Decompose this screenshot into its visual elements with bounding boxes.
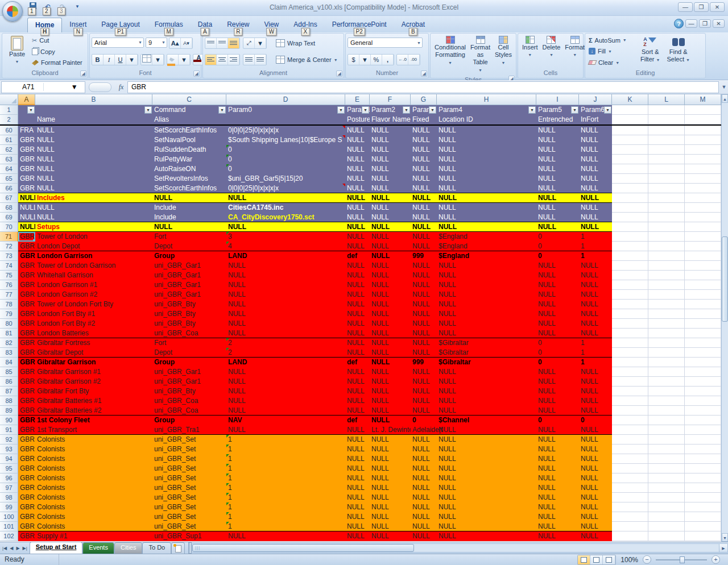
- vertical-scroll-thumb[interactable]: [722, 236, 728, 322]
- cell-C99[interactable]: uni_GBR_Set: [152, 502, 226, 512]
- cell-B101[interactable]: Colonists: [35, 522, 152, 531]
- cell-I62[interactable]: NULL: [536, 145, 579, 155]
- cell-C85[interactable]: uni_GBR_Gar1: [152, 367, 226, 377]
- cell-F66[interactable]: NULL: [370, 184, 411, 193]
- cell-G60[interactable]: NULL: [411, 126, 437, 135]
- cell-M87[interactable]: [685, 387, 721, 396]
- cell-B66[interactable]: NULL: [35, 184, 152, 193]
- cell-L86[interactable]: [648, 377, 685, 387]
- cell-F87[interactable]: NULL: [370, 387, 411, 396]
- cell-D90[interactable]: NAV: [226, 416, 345, 425]
- cell-M82[interactable]: [685, 338, 721, 348]
- cell-E73[interactable]: def: [345, 251, 370, 261]
- cell-K91[interactable]: [612, 425, 648, 435]
- cell-J83[interactable]: 1: [579, 348, 612, 358]
- cell-E81[interactable]: NULL: [345, 329, 370, 338]
- cell-K84[interactable]: [612, 358, 648, 367]
- cell-I91[interactable]: NULL: [536, 425, 579, 435]
- cell-E82[interactable]: NULL: [345, 338, 370, 348]
- cell-H76[interactable]: NULL: [437, 280, 536, 290]
- cell-D94[interactable]: 1: [226, 454, 345, 464]
- cell-E69[interactable]: NULL: [345, 213, 370, 222]
- cell-L66[interactable]: [648, 184, 685, 193]
- cell-H78[interactable]: NULL: [437, 300, 536, 309]
- cell-L73[interactable]: [648, 251, 685, 261]
- cell-D102[interactable]: NULL: [226, 531, 345, 541]
- cell-F73[interactable]: NULL: [370, 251, 411, 261]
- cell-E85[interactable]: NULL: [345, 367, 370, 377]
- cell-C76[interactable]: uni_GBR_Gar1: [152, 280, 226, 290]
- cell-K66[interactable]: [612, 184, 648, 193]
- cell-D83[interactable]: 2: [226, 348, 345, 358]
- cell-A99[interactable]: GBR: [18, 502, 35, 512]
- cell-K79[interactable]: [612, 309, 648, 319]
- cell-L76[interactable]: [648, 280, 685, 290]
- cell-C62[interactable]: RulSuddenDeath: [152, 145, 226, 155]
- cell-M80[interactable]: [685, 319, 721, 329]
- cell-M101[interactable]: [685, 522, 721, 531]
- cell-K65[interactable]: [612, 174, 648, 184]
- cell-M1[interactable]: [685, 105, 721, 115]
- cell-D2[interactable]: [226, 115, 345, 124]
- cell-C71[interactable]: Fort: [152, 232, 226, 242]
- cell-L68[interactable]: [648, 203, 685, 213]
- cell-H95[interactable]: NULL: [437, 464, 536, 473]
- row-header-64[interactable]: 64: [0, 164, 18, 174]
- cell-E102[interactable]: NULL: [345, 531, 370, 541]
- cell-G63[interactable]: NULL: [411, 155, 437, 164]
- cell-B85[interactable]: Gibraltar Garrison #1: [35, 367, 152, 377]
- cell-J84[interactable]: 1: [579, 358, 612, 367]
- cell-H68[interactable]: NULL: [437, 203, 536, 213]
- cell-J82[interactable]: 1: [579, 338, 612, 348]
- close-button[interactable]: ✕: [710, 2, 725, 12]
- row-header-65[interactable]: 65: [0, 174, 18, 184]
- cell-D79[interactable]: NULL: [226, 309, 345, 319]
- paste-button[interactable]: Paste▼: [4, 35, 30, 68]
- cell-J61[interactable]: NULL: [579, 135, 612, 145]
- cell-K100[interactable]: [612, 512, 648, 522]
- cell-I77[interactable]: NULL: [536, 290, 579, 300]
- cell-I67[interactable]: NULL: [536, 193, 579, 203]
- cell-M96[interactable]: [685, 473, 721, 483]
- cell-M77[interactable]: [685, 290, 721, 300]
- cell-G68[interactable]: NULL: [411, 203, 437, 213]
- cell-D82[interactable]: 2: [226, 338, 345, 348]
- row-header-63[interactable]: 63: [0, 155, 18, 164]
- cell-B77[interactable]: London Garrison #2: [35, 290, 152, 300]
- fill-color-button[interactable]: [167, 55, 179, 65]
- filter-button[interactable]: ▼: [429, 106, 436, 114]
- cell-L1[interactable]: [648, 105, 685, 115]
- cell-H100[interactable]: NULL: [437, 512, 536, 522]
- cell-B78[interactable]: Tower of London Fort Bty: [35, 300, 152, 309]
- cell-I79[interactable]: NULL: [536, 309, 579, 319]
- cell-E95[interactable]: NULL: [345, 464, 370, 473]
- cell-L77[interactable]: [648, 290, 685, 300]
- cell-H91[interactable]: NULL: [437, 425, 536, 435]
- cell-E101[interactable]: NULL: [345, 522, 370, 531]
- cell-G85[interactable]: NULL: [411, 367, 437, 377]
- name-box-dropdown[interactable]: ▼: [43, 83, 85, 91]
- cell-A61[interactable]: GBR: [18, 135, 35, 145]
- cell-D95[interactable]: 1: [226, 464, 345, 473]
- cell-D74[interactable]: NULL: [226, 261, 345, 271]
- cell-K77[interactable]: [612, 290, 648, 300]
- cell-M84[interactable]: [685, 358, 721, 367]
- cell-K63[interactable]: [612, 155, 648, 164]
- cell-M85[interactable]: [685, 367, 721, 377]
- cell-E90[interactable]: def: [345, 416, 370, 425]
- tab-page-layout[interactable]: Page LayoutP1: [94, 18, 147, 32]
- cell-K62[interactable]: [612, 145, 648, 155]
- filter-button[interactable]: ▼: [144, 106, 152, 114]
- cell-K64[interactable]: [612, 164, 648, 174]
- first-sheet-icon[interactable]: |◀: [2, 546, 7, 551]
- cell-G84[interactable]: 999: [411, 358, 437, 367]
- cell-B96[interactable]: Colonists: [35, 473, 152, 483]
- cell-A92[interactable]: GBR: [18, 435, 35, 444]
- cell-F61[interactable]: NULL: [370, 135, 411, 145]
- cell-E87[interactable]: NULL: [345, 387, 370, 396]
- align-center-button[interactable]: [217, 55, 228, 65]
- cell-M69[interactable]: [685, 213, 721, 222]
- cell-J93[interactable]: NULL: [579, 444, 612, 454]
- cell-L85[interactable]: [648, 367, 685, 377]
- tab-home[interactable]: HomeH: [27, 18, 62, 32]
